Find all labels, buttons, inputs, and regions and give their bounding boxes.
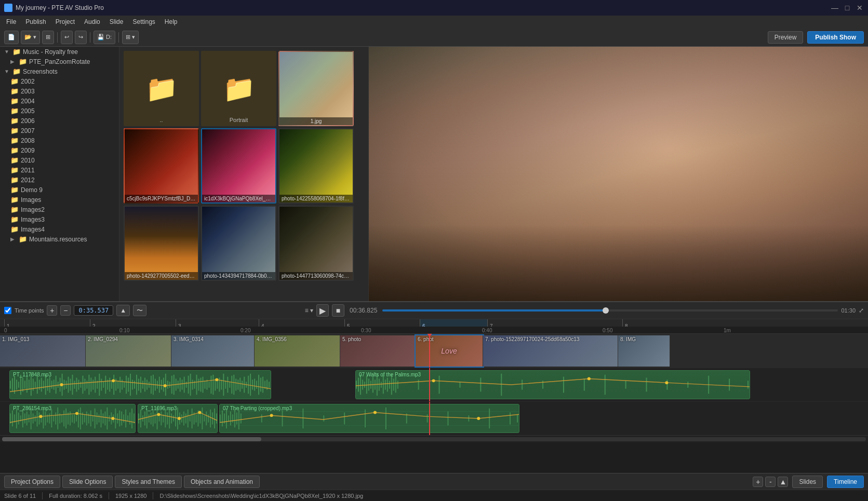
sidebar-item-2010[interactable]: 📁 2010: [0, 155, 119, 165]
slide-item-2[interactable]: 2. IMG_0294: [86, 335, 171, 367]
drive-button[interactable]: 💾 D:: [94, 31, 115, 44]
svg-rect-681: [12, 411, 13, 427]
sidebar-item-pte[interactable]: ▶ 📁 PTE_PanZoomRotate: [0, 57, 119, 66]
svg-rect-220: [115, 378, 116, 390]
svg-rect-703: [57, 408, 58, 429]
file-image-1jpg[interactable]: 1.jpg: [278, 51, 354, 126]
menu-project[interactable]: Project: [51, 17, 79, 26]
file-image-photo1447[interactable]: photo-1447713060098-74c4e...: [278, 206, 354, 281]
new-button[interactable]: 📄: [4, 31, 19, 44]
preview-button[interactable]: Preview: [768, 31, 804, 44]
view-button[interactable]: ⊞ ▾: [122, 31, 139, 44]
wave-button[interactable]: 〜: [133, 305, 146, 316]
open-button[interactable]: 📂 ▾: [21, 31, 40, 44]
audio-clip-pt117848[interactable]: PT_117848.mp3: [9, 370, 271, 399]
slide-item-4[interactable]: 4. IMG_0356: [255, 335, 340, 367]
slide-options-button[interactable]: Slide Options: [62, 476, 113, 488]
sidebar-label-2012: 2012: [21, 177, 35, 184]
sidebar-item-mountains[interactable]: ▶ 📁 Mountains.resources: [0, 234, 119, 244]
sidebar-item-2002[interactable]: 📁 2002: [0, 76, 119, 86]
sidebar-item-2011[interactable]: 📁 2011: [0, 165, 119, 175]
sidebar-item-images[interactable]: 📁 Images: [0, 195, 119, 205]
sidebar-item-demo9[interactable]: 📁 Demo 9: [0, 185, 119, 195]
file-image-ic1d[interactable]: ic1dX3kBQjGNaPQb8Xel_192...: [201, 128, 276, 204]
sidebar-item-screenshots[interactable]: ▼ 📁 Screenshots: [0, 66, 119, 76]
file-label-photo1434: photo-1434394717884-0b03b...: [202, 272, 275, 280]
slide-item-3[interactable]: 3. IMG_0314: [171, 335, 255, 367]
styles-themes-button[interactable]: Styles and Themes: [115, 476, 182, 488]
file-folder-portrait[interactable]: 📁 Portrait: [201, 51, 276, 126]
file-image-c5cj[interactable]: c5cjBc9sRJKPYSmtzfBJ_DSC_...: [124, 128, 199, 204]
play-button[interactable]: ▶: [316, 304, 329, 317]
sidebar-item-2003[interactable]: 📁 2003: [0, 86, 119, 96]
zoom-minus-button[interactable]: -: [765, 477, 776, 487]
menu-settings[interactable]: Settings: [128, 17, 159, 26]
svg-point-596: [587, 377, 591, 381]
file-nav-up[interactable]: 📁 ..: [124, 51, 199, 126]
zoom-triangle-button[interactable]: ▲: [778, 477, 788, 487]
audio-clip-walts[interactable]: 07 Walts of the Palms.mp3: [355, 370, 750, 399]
sidebar-label-2002: 2002: [21, 78, 35, 85]
scrub-bar[interactable]: [382, 309, 838, 312]
project-options-button[interactable]: Project Options: [4, 476, 60, 488]
sidebar-item-music[interactable]: ▼ 📁 Music - Royalty free: [0, 47, 119, 57]
folder-nav-icon: 📁: [145, 74, 178, 104]
svg-rect-201: [76, 378, 77, 392]
save-button[interactable]: ⊞: [42, 31, 54, 44]
slide-item-7[interactable]: 7. photo-1522897170024-25dd68a50c13: [483, 335, 618, 367]
sidebar-item-2012[interactable]: 📁 2012: [0, 175, 119, 185]
scrollbar-thumb[interactable]: [2, 437, 261, 441]
sidebar-item-images4[interactable]: 📁 Images4: [0, 224, 119, 234]
file-image-photo1429[interactable]: photo-1429277005502-eed8e...: [124, 206, 199, 281]
svg-rect-294: [269, 382, 270, 388]
close-button[interactable]: ✕: [856, 4, 864, 12]
title-bar-controls[interactable]: — □ ✕: [831, 4, 864, 12]
scrollbar-track[interactable]: [2, 437, 866, 441]
sidebar-item-2004[interactable]: 📁 2004: [0, 96, 119, 106]
sidebar: ▼ 📁 Music - Royalty free ▶ 📁 PTE_PanZoom…: [0, 47, 119, 301]
stop-button[interactable]: ■: [332, 304, 344, 317]
menu-slide[interactable]: Slide: [105, 17, 128, 26]
file-image-photo1422[interactable]: photo-1422558068704-1f8f06...: [278, 128, 354, 204]
time-up-button[interactable]: ▲: [116, 305, 130, 316]
slide-item-6[interactable]: 6. phot Love: [416, 335, 483, 367]
minimize-button[interactable]: —: [831, 4, 839, 12]
fullscreen-button[interactable]: ⤢: [859, 307, 864, 314]
sidebar-item-2005[interactable]: 📁 2005: [0, 106, 119, 116]
redo-button[interactable]: ↪: [75, 31, 87, 44]
svg-rect-684: [18, 412, 19, 424]
publish-show-button[interactable]: Publish Show: [807, 31, 864, 44]
sidebar-item-images2[interactable]: 📁 Images2: [0, 205, 119, 214]
zoom-plus-button[interactable]: +: [753, 477, 763, 487]
scrub-thumb[interactable]: [603, 307, 609, 314]
timeline-scrollbar[interactable]: [0, 435, 868, 442]
menu-audio[interactable]: Audio: [80, 17, 104, 26]
file-image-photo1434[interactable]: photo-1434394717884-0b03b...: [201, 206, 276, 281]
undo-button[interactable]: ↩: [61, 31, 73, 44]
maximize-button[interactable]: □: [843, 4, 851, 12]
timepoints-checkbox[interactable]: [4, 307, 11, 314]
sidebar-item-2008[interactable]: 📁 2008: [0, 136, 119, 145]
sidebar-item-2006[interactable]: 📁 2006: [0, 116, 119, 126]
sidebar-item-images3[interactable]: 📁 Images3: [0, 214, 119, 224]
slides-view-button[interactable]: Slides: [792, 476, 823, 488]
audio-clip-pt11696[interactable]: PT_11696.mp3: [138, 404, 218, 433]
timepoint-add-button[interactable]: +: [47, 305, 57, 316]
timeline-view-button[interactable]: Timeline: [827, 476, 864, 488]
menu-file[interactable]: File: [2, 17, 20, 26]
sidebar-item-2007[interactable]: 📁 2007: [0, 126, 119, 136]
menu-help[interactable]: Help: [161, 17, 182, 26]
slide-strip: 1. IMG_013 2. IMG_0294 3. IMG_0314 4. IM…: [0, 333, 868, 368]
sidebar-item-2009[interactable]: 📁 2009: [0, 145, 119, 155]
menu-publish[interactable]: Publish: [21, 17, 50, 26]
timeline-menu-button[interactable]: ≡ ▾: [305, 307, 313, 314]
timepoint-remove-button[interactable]: −: [60, 305, 71, 316]
audio-clip-parting[interactable]: 07 The Parting (cropped).mp3: [219, 404, 519, 433]
svg-rect-696: [43, 409, 44, 429]
slide-item-1[interactable]: 1. IMG_013: [0, 335, 86, 367]
audio-clip-pt286154[interactable]: PT_286154.mp3: [9, 404, 136, 433]
slide-item-8[interactable]: 8. IMG: [618, 335, 670, 367]
objects-animation-button[interactable]: Objects and Animation: [184, 476, 260, 488]
slide-item-5[interactable]: 5. photo: [340, 335, 416, 367]
svg-rect-712: [76, 415, 77, 422]
